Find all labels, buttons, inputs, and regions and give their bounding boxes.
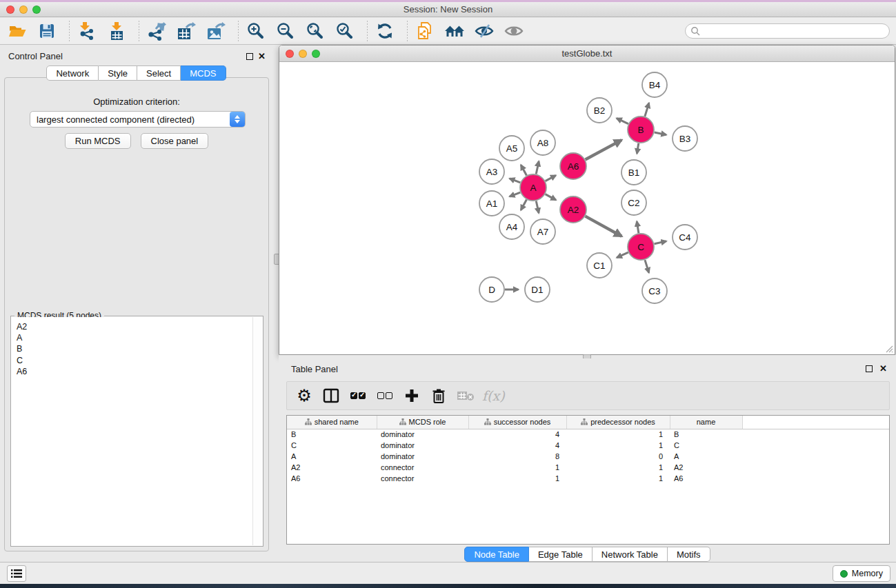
column-header-mcds-role[interactable]: MCDS role	[377, 416, 468, 429]
cell-mcds-role[interactable]: dominator	[377, 429, 468, 440]
graph-edge-B-B1[interactable]	[637, 143, 638, 154]
cell-name[interactable]: A6	[670, 473, 742, 484]
export-network-button[interactable]	[146, 21, 167, 41]
delete-column-button[interactable]	[428, 385, 449, 406]
cell-mcds-role[interactable]: connector	[377, 473, 468, 484]
cell-mcds-role[interactable]: dominator	[377, 440, 468, 451]
graph-node-A2[interactable]: A2	[560, 196, 586, 223]
cell-shared-name[interactable]: A6	[287, 473, 377, 484]
open-session-button[interactable]	[7, 21, 28, 41]
table-close-panel-icon[interactable]: ✕	[879, 363, 887, 374]
refresh-layout-button[interactable]	[375, 21, 395, 41]
network-canvas[interactable]: AA1A2A3A4A5A6A7A8BB1B2B3B4CC1C2C3C4DD1	[280, 63, 894, 354]
cell-successor-nodes[interactable]: 4	[468, 429, 566, 440]
table-float-panel-icon[interactable]	[866, 365, 873, 372]
close-panel-icon[interactable]: ✕	[258, 51, 266, 61]
graph-edge-A6-B[interactable]	[586, 140, 622, 159]
graph-edge-A-A8[interactable]	[536, 161, 539, 174]
column-header-predecessor-nodes[interactable]: predecessor nodes	[566, 416, 670, 429]
cell-predecessor-nodes[interactable]: 1	[566, 440, 670, 451]
graph-node-A8[interactable]: A8	[530, 130, 555, 155]
cell-successor-nodes[interactable]: 4	[468, 440, 566, 451]
optimization-criterion-dropdown[interactable]: largest connected component (directed)	[30, 111, 246, 128]
graph-node-C[interactable]: C	[628, 234, 654, 260]
cell-shared-name[interactable]: B	[287, 429, 377, 440]
graph-edge-A-A6[interactable]	[546, 175, 556, 181]
tab-network-table[interactable]: Network Table	[593, 547, 668, 562]
table-row-a6[interactable]: A6connector11A6	[287, 473, 889, 484]
graph-node-A6[interactable]: A6	[560, 153, 586, 179]
zoom-selected-button[interactable]	[335, 21, 355, 41]
graph-node-A1[interactable]: A1	[479, 191, 504, 216]
clone-network-button[interactable]	[415, 21, 435, 41]
tab-select[interactable]: Select	[137, 65, 181, 81]
table-settings-button[interactable]: ⚙	[294, 385, 315, 406]
graph-edge-B-B2[interactable]	[617, 119, 628, 124]
mcds-result-item-a2[interactable]: A2	[17, 321, 252, 332]
mcds-result-item-a6[interactable]: A6	[17, 366, 252, 377]
window-resize-grip[interactable]	[884, 343, 893, 353]
cell-predecessor-nodes[interactable]: 1	[566, 429, 670, 440]
add-column-button[interactable]	[401, 385, 422, 406]
graph-node-A7[interactable]: A7	[530, 219, 555, 244]
graph-node-A4[interactable]: A4	[499, 214, 524, 239]
select-all-button[interactable]: ✓ ✓	[348, 385, 368, 406]
search-input[interactable]	[700, 25, 889, 37]
cell-shared-name[interactable]: A2	[287, 462, 377, 473]
import-network-button[interactable]	[77, 21, 97, 41]
graph-node-B1[interactable]: B1	[621, 160, 646, 185]
tab-edge-table[interactable]: Edge Table	[529, 547, 593, 562]
graph-node-B4[interactable]: B4	[642, 72, 667, 97]
graph-edge-B-B4[interactable]	[645, 103, 649, 116]
float-panel-icon[interactable]	[246, 53, 253, 60]
table-row-a[interactable]: Adominator80A	[287, 451, 889, 462]
graph-node-D1[interactable]: D1	[525, 277, 550, 302]
cell-mcds-role[interactable]: dominator	[377, 451, 468, 462]
tab-network[interactable]: Network	[46, 65, 99, 81]
graph-node-C2[interactable]: C2	[621, 190, 646, 215]
show-hidden-button[interactable]	[504, 21, 524, 41]
table-row-a2[interactable]: A2connector11A2	[287, 462, 889, 473]
column-header-name[interactable]: name	[670, 416, 742, 429]
export-table-button[interactable]	[176, 21, 197, 41]
tab-mcds[interactable]: MCDS	[181, 65, 226, 81]
graph-node-A5[interactable]: A5	[499, 136, 524, 161]
graph-edge-B-B3[interactable]	[655, 132, 666, 135]
graph-node-D[interactable]: D	[479, 277, 504, 302]
deselect-all-button[interactable]	[375, 385, 395, 406]
tab-motifs[interactable]: Motifs	[668, 547, 710, 562]
cell-name[interactable]: C	[670, 440, 742, 451]
graph-edge-A-A4[interactable]	[521, 200, 526, 210]
graph-edge-A-A7[interactable]	[536, 201, 539, 213]
column-header-successor-nodes[interactable]: successor nodes	[468, 416, 566, 429]
cell-shared-name[interactable]: A	[287, 451, 377, 462]
zoom-in-button[interactable]	[246, 21, 266, 41]
save-session-button[interactable]	[37, 21, 57, 41]
graph-node-A3[interactable]: A3	[479, 159, 504, 184]
cell-successor-nodes[interactable]: 1	[468, 473, 566, 484]
zoom-out-button[interactable]	[275, 21, 296, 41]
cell-successor-nodes[interactable]: 8	[468, 451, 566, 462]
graph-node-B2[interactable]: B2	[587, 98, 612, 123]
graph-node-B3[interactable]: B3	[673, 126, 697, 151]
graph-node-A[interactable]: A	[520, 174, 546, 201]
graph-node-C4[interactable]: C4	[673, 225, 697, 250]
mcds-result-item-c[interactable]: C	[17, 355, 252, 366]
cell-predecessor-nodes[interactable]: 1	[566, 462, 670, 473]
graph-edge-C-C2[interactable]	[637, 221, 639, 233]
export-image-button[interactable]	[206, 21, 226, 41]
graph-edge-A-A1[interactable]	[510, 192, 521, 196]
table-row-b[interactable]: Bdominator41B	[287, 429, 889, 440]
mcds-result-item-b[interactable]: B	[17, 343, 252, 354]
graph-edge-C-C3[interactable]	[645, 260, 649, 273]
column-header-shared-name[interactable]: shared name	[287, 416, 377, 429]
homes-button[interactable]	[444, 21, 465, 41]
cell-shared-name[interactable]: C	[287, 440, 377, 451]
import-table-button[interactable]	[106, 21, 127, 41]
search-box[interactable]	[685, 23, 890, 39]
tab-node-table[interactable]: Node Table	[464, 547, 529, 562]
cell-name[interactable]: B	[670, 429, 742, 440]
memory-button[interactable]: Memory	[833, 565, 890, 582]
graph-edge-C-C4[interactable]	[655, 241, 666, 244]
cell-predecessor-nodes[interactable]: 0	[566, 451, 670, 462]
